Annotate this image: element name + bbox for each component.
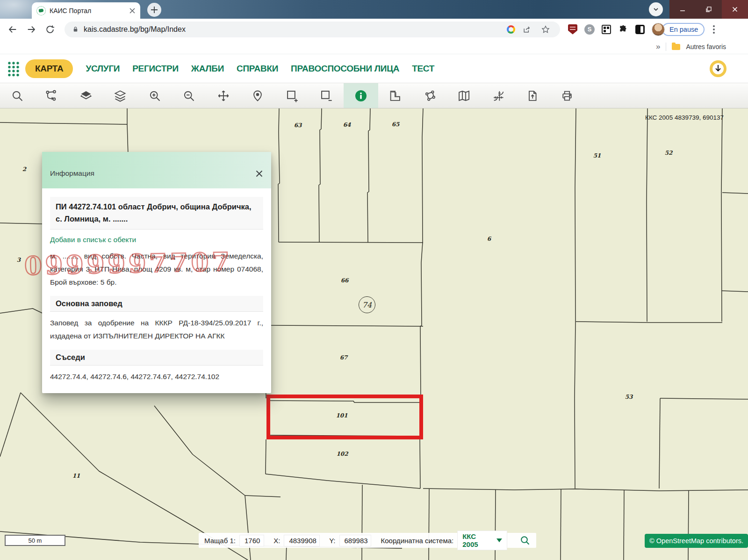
map-status-strip: Мащаб 1: 1760 X: 4839908 Y: 689983 Коорд… (199, 533, 536, 548)
section-heading-neighbours: Съседи (50, 350, 263, 366)
nav-item-pravosposobni-litsa[interactable]: ПРАВОСПОСОБНИ ЛИЦА (291, 64, 399, 74)
tool-print-icon[interactable] (550, 83, 584, 108)
apps-grid-icon[interactable] (7, 60, 21, 78)
site-navbar: КАРТА УСЛУГИ РЕГИСТРИ ЖАЛБИ СПРАВКИ ПРАВ… (0, 54, 748, 83)
x-label: X: (273, 537, 280, 545)
url-text[interactable]: kais.cadastre.bg/bg/Map/Index (84, 25, 502, 34)
tool-export-icon[interactable] (516, 83, 550, 108)
nav-item-test[interactable]: ТЕСТ (412, 64, 434, 74)
tool-relations-icon[interactable] (35, 83, 69, 108)
window-minimize-icon[interactable] (669, 0, 696, 19)
parcel-label: 63 (294, 122, 302, 129)
window-close-icon[interactable] (722, 0, 748, 19)
tool-info-icon[interactable] (344, 83, 378, 108)
tool-select-area-add-icon[interactable] (275, 83, 309, 108)
popup-close-icon[interactable] (255, 170, 263, 178)
site-favicon-icon (36, 6, 46, 15)
nav-item-spravki[interactable]: СПРАВКИ (237, 64, 278, 74)
skype-extension-icon[interactable]: S (583, 22, 597, 36)
browser-window: КАИС Портал (0, 0, 748, 560)
parcel-label: 3 (17, 257, 21, 263)
nav-item-karta[interactable]: КАРТА (25, 59, 73, 78)
tab-search-chevron-icon[interactable] (649, 2, 663, 16)
tool-coordinate-grid-icon[interactable] (481, 83, 516, 108)
google-icon[interactable] (507, 25, 515, 34)
bookmarks-folder-label[interactable]: Autres favoris (686, 43, 726, 50)
chevron-down-icon (496, 538, 502, 542)
tool-layers-icon[interactable] (69, 83, 103, 108)
parcel-label: 2 (22, 166, 26, 172)
qr-extension-icon[interactable] (599, 22, 613, 36)
tool-map-sheets-icon[interactable] (447, 83, 482, 108)
bookmark-star-icon[interactable] (539, 22, 553, 36)
tool-select-area-remove-icon[interactable] (309, 83, 344, 108)
nav-item-registri[interactable]: РЕГИСТРИ (132, 64, 179, 74)
parcel-label: 52 (665, 150, 673, 156)
parcel-label: 67 (340, 354, 348, 361)
tool-search-icon[interactable] (0, 83, 35, 108)
bookmarks-overflow[interactable]: » (656, 42, 660, 51)
browser-menu-icon[interactable] (709, 25, 719, 34)
dark-reader-icon[interactable] (633, 22, 647, 36)
cursor-crs-readout: ККС 2005 4839739, 690137 (645, 114, 724, 121)
parcel-label: 102 (336, 451, 348, 457)
tool-pan-icon[interactable] (206, 83, 241, 108)
avatar (652, 23, 665, 36)
y-label: Y: (329, 537, 335, 545)
profile-status: En pause (662, 23, 705, 36)
bookmarks-bar: » Autres favoris (0, 40, 748, 54)
section-heading-order: Основна заповед (50, 296, 263, 312)
download-circle-icon[interactable] (710, 60, 726, 77)
scale-label: Мащаб 1: (204, 537, 236, 545)
url-bar[interactable]: kais.cadastre.bg/bg/Map/Index (65, 22, 560, 37)
new-tab-button[interactable] (147, 3, 161, 17)
window-maximize-icon[interactable] (696, 0, 722, 19)
folder-icon (672, 44, 680, 50)
nav-item-zhalbi[interactable]: ЖАЛБИ (191, 64, 224, 74)
osm-attribution[interactable]: © OpenStreetMap contributors. (645, 534, 748, 548)
coordinate-search-icon[interactable] (519, 535, 531, 546)
map-scale-bar: 50 m (5, 535, 65, 546)
map-canvas[interactable]: 2 3 63 64 65 51 52 6 66 67 101 102 11 53… (0, 108, 748, 560)
window-controls (669, 0, 748, 19)
add-to-object-list-link[interactable]: Добави в списък с обекти (50, 236, 136, 244)
lock-icon (72, 26, 79, 33)
reload-icon[interactable] (42, 22, 58, 37)
popup-title: Информация (50, 169, 94, 178)
profile-chip[interactable]: En pause (652, 23, 705, 36)
parcel-identifier-title: ПИ 44272.74.101 област Добрич, община До… (50, 197, 263, 230)
tab-close-icon[interactable] (129, 7, 136, 14)
tool-layer-order-icon[interactable] (103, 83, 138, 108)
popup-body: ПИ 44272.74.101 област Добрич, община До… (42, 188, 271, 383)
forward-icon[interactable] (23, 22, 39, 37)
section-text-neighbours: 44272.74.4, 44272.74.6, 44272.74.67, 442… (50, 370, 263, 383)
tool-locate-icon[interactable] (241, 83, 275, 108)
tool-zoom-in-icon[interactable] (137, 83, 172, 108)
share-icon[interactable] (520, 22, 534, 36)
parcel-label-selected: 101 (336, 412, 347, 419)
parcel-label: 65 (392, 121, 400, 128)
tool-zoom-out-icon[interactable] (172, 83, 207, 108)
extensions-puzzle-icon[interactable] (616, 22, 630, 36)
x-value: 4839908 (284, 535, 320, 546)
browser-tab[interactable]: КАИС Портал (32, 2, 140, 19)
ublock-extension-icon[interactable] (566, 22, 580, 36)
browser-titlebar: КАИС Портал (0, 0, 748, 19)
y-value: 689983 (339, 535, 372, 546)
tool-polygon-select-icon[interactable] (412, 83, 447, 108)
crs-select[interactable]: ККС 2005 (457, 531, 507, 550)
scale-value-input[interactable]: 1760 (239, 535, 264, 546)
map-toolbar (0, 83, 748, 108)
crs-selected-value: ККС 2005 (462, 532, 491, 548)
parcel-label: 11 (72, 473, 80, 479)
tab-title: КАИС Портал (50, 7, 125, 14)
back-icon[interactable] (5, 22, 21, 37)
circled-parcel-label: 74 (359, 296, 375, 313)
crs-label: Координатна система: (381, 537, 453, 545)
parcel-label: 53 (625, 394, 633, 400)
tool-measure-icon[interactable] (378, 83, 413, 108)
info-popup-header: Информация (42, 152, 271, 188)
parcel-details-text: м. ......., вид собств. Частна, вид тери… (50, 250, 263, 289)
info-popup: Информация ПИ 44272.74.101 област Добрич… (42, 152, 271, 393)
nav-item-uslugi[interactable]: УСЛУГИ (86, 64, 120, 74)
